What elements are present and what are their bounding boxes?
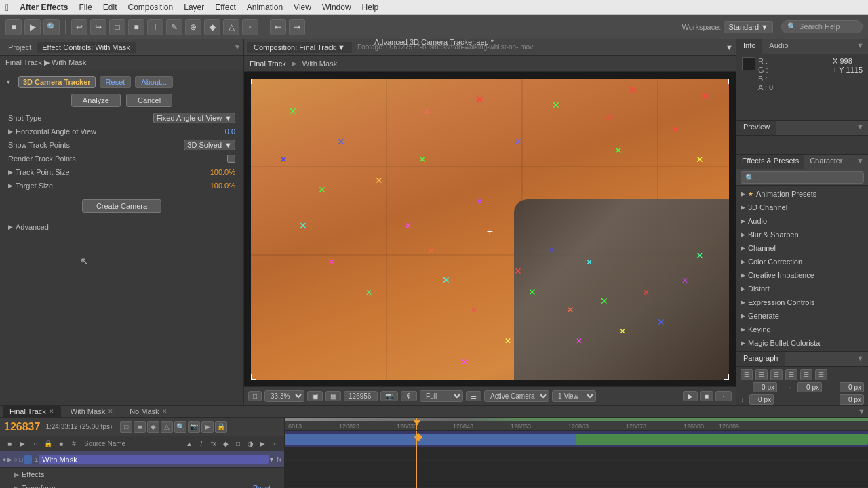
tl-tab-with-mask[interactable]: With Mask ✕ — [64, 406, 120, 417]
comp-btn-mic[interactable]: 🎙 — [401, 391, 417, 401]
tl-sub-transform[interactable]: ▶ Transform Reset — [0, 481, 284, 488]
reset-button[interactable]: Reset — [100, 76, 132, 88]
tl-tab-close-2[interactable]: ✕ — [108, 408, 113, 415]
para-spacing-field-2[interactable] — [749, 394, 774, 405]
tl-menu-icon[interactable]: ▼ — [858, 407, 865, 415]
view-select[interactable]: 1 View 2 Views 4 Views — [552, 390, 596, 402]
toolbar-btn-6[interactable]: ✎ — [166, 19, 182, 35]
analyze-button[interactable]: Analyze — [71, 94, 121, 107]
target-size-twirl-icon[interactable]: ▶ — [8, 182, 13, 189]
fx-cat-expression-controls[interactable]: ▶ Expression Controls — [736, 296, 868, 309]
comp-btn-region[interactable]: □ — [248, 391, 262, 401]
tl-ctrl-vis[interactable]: ■ — [4, 439, 15, 449]
quality-select[interactable]: Full Half Quarter — [420, 390, 463, 402]
para-align-justify[interactable]: ☰ — [785, 369, 797, 380]
menu-help[interactable]: Help — [362, 3, 379, 12]
fx-cat-generate[interactable]: ▶ Generate — [736, 309, 868, 323]
tl-layer-name-with-mask[interactable]: With Mask — [39, 455, 269, 464]
tl-ctrl-parent[interactable]: ◦ — [269, 439, 280, 449]
tl-tab-close-3[interactable]: ✕ — [162, 408, 167, 415]
tl-layer-fx-btn[interactable]: fx — [277, 456, 281, 463]
tl-ctrl-audio[interactable]: ▶ — [17, 439, 28, 449]
tl-btn-motion[interactable]: ◆ — [147, 421, 159, 433]
tab-effects-presets[interactable]: Effects & Presets — [736, 155, 804, 169]
comp-btn-r2[interactable]: ■ — [700, 391, 713, 401]
comp-btn-r3[interactable]: ⋮ — [715, 391, 732, 401]
tab-info[interactable]: Info — [736, 39, 762, 54]
tl-bar-blue[interactable] — [285, 434, 576, 445]
tl-layer-vis-icon[interactable]: ● — [3, 456, 6, 463]
corner-handle-bl[interactable] — [251, 374, 256, 380]
tl-ctrl-fx[interactable]: fx — [208, 439, 219, 449]
comp-with-mask-tab[interactable]: With Mask — [302, 60, 337, 68]
workspace-dropdown[interactable]: Standard ▼ — [724, 21, 773, 33]
para-align-center[interactable]: ☰ — [755, 369, 768, 380]
tl-layer-audio-icon[interactable]: ▶ — [7, 456, 12, 463]
tl-tab-no-mask[interactable]: No Mask ✕ — [123, 406, 174, 417]
tl-btn-search[interactable]: 🔍 — [174, 421, 186, 433]
comp-final-track-tab[interactable]: Final Track — [250, 60, 286, 68]
tl-btn-more[interactable]: ▶ — [201, 421, 214, 433]
toolbar-btn-10[interactable]: ◦ — [242, 19, 258, 35]
tl-range-bar[interactable] — [285, 418, 868, 421]
create-camera-button[interactable]: Create Camera — [82, 199, 161, 213]
tl-ctrl-switch2[interactable]: / — [196, 439, 207, 449]
menu-edit[interactable]: Edit — [103, 3, 117, 12]
tl-ctrl-3d[interactable]: ◑ — [245, 439, 256, 449]
comp-btn-safe[interactable]: ▦ — [326, 391, 341, 401]
comp-btn-r1[interactable]: ▶ — [683, 391, 698, 401]
para-align-justify2[interactable]: ☰ — [800, 369, 812, 380]
tab-preview[interactable]: Preview — [736, 121, 776, 135]
fx-cat-creative-impatience[interactable]: ▶ Creative Impatience — [736, 268, 868, 282]
track-size-value[interactable]: 100.0% — [210, 168, 235, 176]
para-align-right[interactable]: ☰ — [770, 369, 783, 380]
apple-logo-icon[interactable]:  — [5, 2, 9, 13]
tab-composition[interactable]: Composition: Final Track ▼ — [247, 42, 352, 53]
toolbar-btn-3[interactable]: □ — [109, 19, 125, 35]
comp-btn-alpha[interactable]: ☰ — [466, 391, 481, 401]
tl-layer-row-with-mask[interactable]: ● ▶ ○ □ 1 With Mask ▼ fx — [0, 451, 284, 468]
fx-cat-keying[interactable]: ▶ Keying — [736, 323, 868, 336]
para-panel-menu[interactable]: ▼ — [852, 352, 868, 366]
toolbar-btn-8[interactable]: ◆ — [204, 19, 220, 35]
tl-btn-camera[interactable]: 📷 — [188, 421, 200, 433]
tl-btn-solo[interactable]: ■ — [134, 421, 146, 433]
toolbar-btn-back[interactable]: ↩ — [71, 19, 87, 35]
panel-close-icon[interactable]: ▼ — [234, 43, 241, 51]
fx-cat-channel[interactable]: ▶ Channel — [736, 241, 868, 255]
comp-btn-fit[interactable]: ▣ — [307, 391, 323, 401]
effect-twirl-icon[interactable]: ▼ — [5, 79, 12, 85]
render-track-checkbox[interactable] — [227, 155, 235, 163]
fx-panel-menu[interactable]: ▼ — [852, 155, 868, 169]
tab-paragraph[interactable]: Paragraph — [736, 352, 785, 366]
comp-btn-camera[interactable]: 📷 — [380, 391, 398, 401]
horiz-angle-value[interactable]: 0.0 — [225, 127, 235, 136]
tl-layer-solo-icon[interactable]: ○ — [14, 456, 17, 463]
tl-ctrl-track[interactable]: ▶ — [257, 439, 268, 449]
toolbar-btn-5[interactable]: T — [147, 19, 163, 35]
tl-ctrl-motion2[interactable]: ◆ — [220, 439, 231, 449]
tl-btn-lock[interactable]: 🔒 — [215, 421, 227, 433]
toolbar-btn-2[interactable]: ▶ — [24, 19, 41, 35]
corner-handle-br[interactable] — [724, 374, 729, 380]
tl-ctrl-solo[interactable]: ○ — [30, 439, 41, 449]
tl-timecode[interactable]: 126837 — [4, 421, 40, 433]
tab-project[interactable]: Project — [3, 42, 37, 53]
toolbar-btn-11[interactable]: ⇤ — [270, 19, 286, 35]
fx-cat-color-correction[interactable]: ▶ Color Correction — [736, 255, 868, 268]
camera-select[interactable]: Active Camera — [484, 390, 549, 402]
tl-btn-comp[interactable]: □ — [120, 421, 132, 433]
para-indent2-field[interactable] — [797, 382, 822, 392]
fx-cat-blur-sharpen[interactable]: ▶ Blur & Sharpen — [736, 228, 868, 241]
composition-viewer[interactable]: ✕ ✕ ✕ ✕ ✕ ✕ ✕ ✕ ✕ ✕ ✕ — [244, 72, 736, 386]
tab-effect-controls[interactable]: Effect Controls: With Mask — [37, 42, 135, 53]
menu-layer[interactable]: Layer — [184, 3, 204, 12]
para-spacing-field-3[interactable] — [840, 394, 864, 405]
tl-ctrl-num[interactable]: # — [68, 439, 79, 449]
tl-tab-close-1[interactable]: ✕ — [49, 408, 54, 415]
about-button[interactable]: About... — [135, 76, 173, 88]
tl-layer-lock-icon[interactable]: □ — [19, 456, 22, 463]
menu-window[interactable]: Window — [322, 3, 351, 12]
tab-character[interactable]: Character — [804, 155, 848, 169]
app-name[interactable]: After Effects — [20, 3, 68, 12]
